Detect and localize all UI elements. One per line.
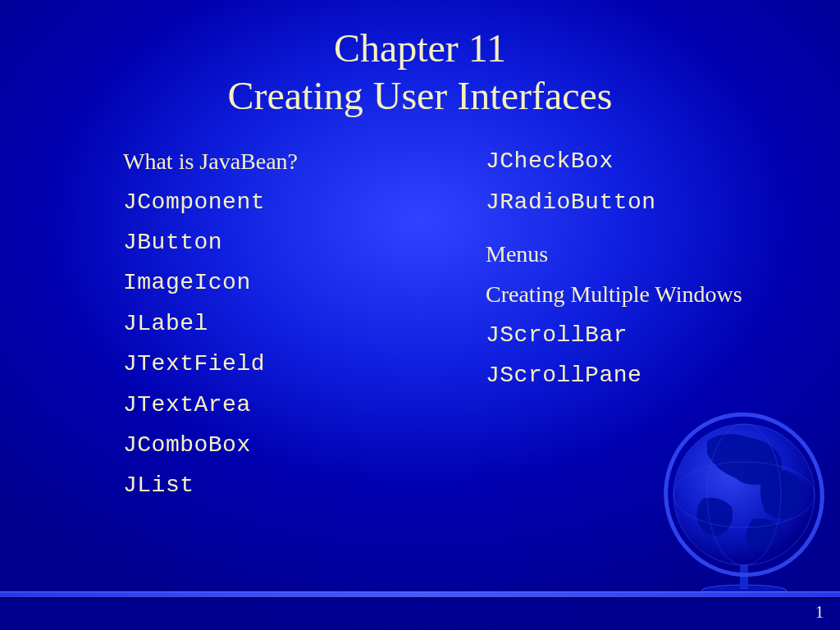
list-item: JCheckBox	[461, 144, 791, 179]
list-item-text: JScrollPane	[486, 358, 641, 393]
slide-title: Chapter 11 Creating User Interfaces	[0, 0, 840, 119]
list-item: JScrollPane	[461, 358, 791, 393]
list-item-text: Menus	[486, 236, 548, 272]
globe-decoration	[658, 392, 830, 597]
list-item-text: JComponent	[123, 185, 265, 220]
right-list-b: MenusCreating Multiple WindowsJScrollBar…	[461, 236, 791, 394]
spacer	[461, 225, 791, 236]
list-item: ImageIcon	[98, 265, 428, 300]
list-item: JComboBox	[98, 427, 428, 463]
list-item: JScrollBar	[461, 317, 791, 353]
title-line-1: Chapter 11	[0, 25, 840, 72]
list-item-text: JScrollBar	[486, 317, 628, 353]
list-item-text: JRadioButton	[486, 185, 656, 220]
list-item-text: ImageIcon	[123, 265, 251, 300]
list-item-text: JTextField	[123, 346, 265, 381]
list-item: JTextField	[98, 346, 428, 381]
left-column: What is JavaBean?JComponentJButtonImageI…	[98, 144, 428, 509]
left-list: What is JavaBean?JComponentJButtonImageI…	[98, 144, 428, 504]
list-item-text: JComboBox	[123, 427, 251, 463]
list-item: Menus	[461, 236, 791, 272]
list-item: Creating Multiple Windows	[461, 276, 791, 312]
title-line-2: Creating User Interfaces	[0, 72, 840, 120]
list-item-text: JTextArea	[123, 387, 251, 422]
list-item-text: JCheckBox	[486, 144, 614, 179]
list-item-text: JList	[123, 468, 194, 503]
list-item: JButton	[98, 225, 428, 260]
list-item-text: JButton	[123, 225, 222, 260]
list-item-text: Creating Multiple Windows	[486, 276, 742, 312]
list-item: JLabel	[98, 306, 428, 341]
list-item: JComponent	[98, 185, 428, 220]
footer-divider	[0, 592, 840, 597]
list-item: JTextArea	[98, 387, 428, 422]
list-item: What is JavaBean?	[98, 144, 428, 179]
list-item: JRadioButton	[461, 185, 791, 220]
list-item-text: What is JavaBean?	[123, 144, 298, 179]
list-item-text: JLabel	[123, 306, 208, 341]
right-list-a: JCheckBoxJRadioButton	[461, 144, 791, 220]
page-number: 1	[815, 603, 824, 622]
list-item: JList	[98, 468, 428, 503]
